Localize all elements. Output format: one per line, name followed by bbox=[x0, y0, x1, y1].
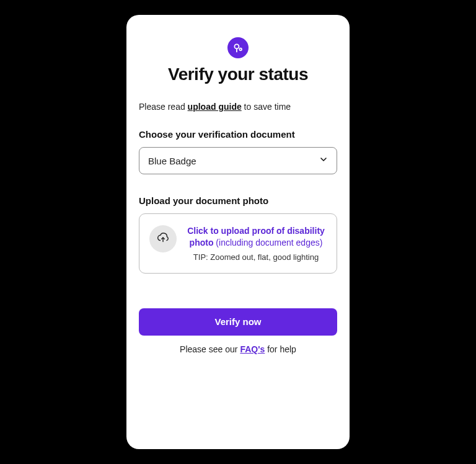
upload-section-label: Upload your document photo bbox=[139, 195, 337, 206]
faq-link[interactable]: FAQ's bbox=[240, 344, 265, 354]
verify-now-button[interactable]: Verify now bbox=[139, 308, 337, 336]
upload-tip: TIP: Zoomed out, flat, good lighting bbox=[185, 252, 327, 262]
cloud-upload-icon bbox=[156, 231, 170, 247]
svg-point-0 bbox=[234, 44, 239, 48]
intro-text: Please read upload guide to save time bbox=[139, 102, 337, 112]
document-select[interactable]: Blue Badge bbox=[139, 147, 337, 174]
upload-title: Click to upload proof of disability phot… bbox=[185, 225, 327, 249]
upload-text: Click to upload proof of disability phot… bbox=[185, 225, 327, 262]
upload-section: Upload your document photo Click to uplo… bbox=[139, 195, 337, 274]
document-select-wrap: Blue Badge bbox=[139, 147, 337, 174]
upload-icon-circle bbox=[149, 225, 177, 252]
document-section-label: Choose your verification document bbox=[139, 129, 337, 140]
footer-prefix: Please see our bbox=[180, 344, 240, 354]
upload-title-line2-rest: (including document edges) bbox=[213, 238, 322, 248]
logo-wrap bbox=[139, 37, 337, 58]
intro-prefix: Please read bbox=[139, 102, 188, 112]
upload-guide-link[interactable]: upload guide bbox=[188, 102, 242, 112]
document-section: Choose your verification document Blue B… bbox=[139, 129, 337, 174]
page-title: Verify your status bbox=[139, 65, 337, 84]
brand-logo-icon bbox=[227, 37, 249, 58]
footer-text: Please see our FAQ's for help bbox=[139, 344, 337, 354]
upload-title-line2-bold: photo bbox=[190, 238, 214, 248]
upload-dropzone[interactable]: Click to upload proof of disability phot… bbox=[139, 213, 337, 274]
document-select-value: Blue Badge bbox=[148, 156, 196, 166]
verification-card: Verify your status Please read upload gu… bbox=[126, 15, 350, 449]
intro-suffix: to save time bbox=[242, 102, 291, 112]
svg-point-1 bbox=[239, 48, 242, 51]
upload-title-line1: Click to upload proof of disability bbox=[187, 226, 325, 236]
footer-suffix: for help bbox=[265, 344, 296, 354]
